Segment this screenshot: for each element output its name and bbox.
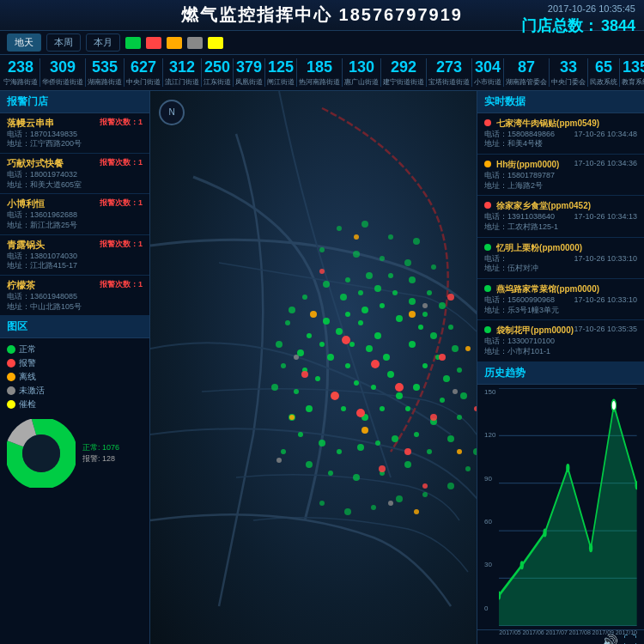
rt-indicator-4 xyxy=(484,285,491,292)
rt-item-0[interactable]: 七家湾牛肉锅贴(ppm0549) 17-10-26 10:34:48 电话：15… xyxy=(477,113,644,155)
svg-point-30 xyxy=(361,307,368,313)
svg-point-124 xyxy=(388,501,393,506)
rt-indicator-1 xyxy=(484,161,491,167)
store-name-0: 落幔云串串报警次数：1 xyxy=(7,117,143,130)
svg-point-54 xyxy=(358,290,363,295)
stat-label-2: 湖南路街道 xyxy=(88,77,122,87)
svg-point-18 xyxy=(396,392,403,399)
stat-label-12: 小市街道 xyxy=(474,77,501,87)
svg-point-52 xyxy=(392,290,398,295)
rt-title-1: Hh街(ppm0000) xyxy=(496,160,559,169)
svg-point-98 xyxy=(473,448,477,455)
svg-point-57 xyxy=(276,341,283,348)
svg-point-44 xyxy=(414,432,419,437)
stat-label-7: 闸江街道 xyxy=(267,77,295,87)
stat-num-14: 33 xyxy=(551,58,586,77)
svg-point-85 xyxy=(413,238,420,245)
svg-point-17 xyxy=(315,376,320,381)
svg-point-5 xyxy=(349,342,355,347)
nav-btn-today[interactable]: 地天 xyxy=(7,33,41,52)
alarm-stores-list: 落幔云串串报警次数：1 电话：18701349835 地址：江宁西路200号 巧… xyxy=(0,113,149,317)
legend-dot-2 xyxy=(7,373,15,381)
stat-item-10: 292建宁街道街道 xyxy=(381,58,427,87)
svg-point-114 xyxy=(310,311,317,318)
color-box-orange xyxy=(167,37,182,49)
svg-point-88 xyxy=(380,256,385,261)
svg-point-15 xyxy=(371,385,376,390)
legend-dot-0 xyxy=(7,345,15,354)
svg-point-91 xyxy=(319,501,325,506)
stat-label-11: 宝塔街道街道 xyxy=(428,77,470,87)
chart-area: 2017/05 2017/06 2017/07 2017/08 2017/09 … xyxy=(499,388,637,626)
svg-point-112 xyxy=(422,483,428,489)
alarm-store-2[interactable]: 小博利恒报警次数：1 电话：13601962688 地址：新江北路25号 xyxy=(0,194,149,234)
legend-dot-4 xyxy=(7,400,15,409)
stat-num-0: 238 xyxy=(3,58,38,77)
svg-point-22 xyxy=(306,405,313,412)
rt-name-5: 袋制花甲(ppm0000) 17-10-26 10:35:35 xyxy=(484,325,637,337)
svg-point-19 xyxy=(341,406,346,411)
svg-point-103 xyxy=(331,392,339,400)
svg-point-62 xyxy=(328,471,333,476)
svg-point-108 xyxy=(379,465,386,472)
rt-address-2: 地址：工农村路125-1 xyxy=(484,222,637,233)
svg-point-73 xyxy=(439,302,446,309)
svg-point-78 xyxy=(345,277,350,283)
svg-point-111 xyxy=(319,269,325,274)
history-section: 150 120 90 60 30 0 xyxy=(477,385,644,629)
alarm-store-3[interactable]: 青露锅头报警次数：1 电话：13801074030 地址：江北路415-17 xyxy=(0,235,149,276)
svg-point-104 xyxy=(356,409,365,417)
alarm-stores-title: 报警门店 xyxy=(0,91,149,113)
svg-point-46 xyxy=(440,398,445,403)
svg-point-77 xyxy=(366,272,373,279)
svg-point-122 xyxy=(294,355,299,360)
alarm-store-4[interactable]: 柠檬茶报警次数：1 电话：13601948085 地址：中山北路105号 xyxy=(0,276,149,316)
alarm-store-0[interactable]: 落幔云串串报警次数：1 电话：18701349835 地址：江宁西路200号 xyxy=(0,113,149,154)
pie-legend: 正常: 1076 报警: 128 xyxy=(82,442,119,465)
rt-address-3: 地址：伍村对冲 xyxy=(484,264,637,274)
svg-point-118 xyxy=(289,415,295,420)
svg-point-6 xyxy=(327,354,334,361)
nav-btn-week[interactable]: 本周 xyxy=(46,33,81,52)
datetime: 2017-10-26 10:35:45 xyxy=(548,3,635,14)
stat-num-9: 130 xyxy=(344,58,379,77)
svg-point-12 xyxy=(383,354,390,361)
rt-item-5[interactable]: 袋制花甲(ppm0000) 17-10-26 10:35:35 电话：13300… xyxy=(477,320,644,361)
history-title: 历史趋势 xyxy=(477,362,644,385)
svg-point-51 xyxy=(409,298,416,305)
stat-item-7: 125闸江街道 xyxy=(265,58,297,87)
legend-item-4: 催检 xyxy=(7,398,143,410)
legend-dot-3 xyxy=(7,386,15,395)
rt-phone-5: 电话：13300710100 xyxy=(484,337,637,347)
stat-label-16: 教育系统 xyxy=(622,77,644,87)
svg-marker-133 xyxy=(499,405,637,626)
rt-title-2: 徐家家乡食堂(ppm0452) xyxy=(496,201,591,210)
rt-item-2[interactable]: 徐家家乡食堂(ppm0452) 17-10-26 10:34:13 电话：139… xyxy=(477,196,644,237)
rt-item-4[interactable]: 燕坞路家常菜馆(ppm0000) 17-10-26 10:33:10 电话：15… xyxy=(477,279,644,320)
stat-num-1: 309 xyxy=(42,58,83,77)
rt-item-1[interactable]: Hh街(ppm0000) 17-10-26 10:34:36 电话：158017… xyxy=(477,155,644,196)
svg-point-32 xyxy=(323,318,330,325)
svg-point-23 xyxy=(405,406,410,411)
pie-chart xyxy=(7,419,76,488)
store-name-4: 柠檬茶报警次数：1 xyxy=(7,279,143,292)
stat-num-8: 185 xyxy=(299,58,340,77)
alarm-count-4: 报警次数：1 xyxy=(100,279,143,290)
legend-label-1: 报警 xyxy=(19,357,36,369)
rt-item-3[interactable]: 忆明上栗粉(ppm0000) 17-10-26 10:33:10 电话： 地址：… xyxy=(477,238,644,279)
alarm-count-3: 报警次数：1 xyxy=(100,239,143,250)
svg-point-31 xyxy=(345,312,350,317)
history-chart-svg xyxy=(499,388,637,626)
door-count: 门店总数： 3844 xyxy=(521,15,635,36)
svg-point-107 xyxy=(439,354,446,361)
alarm-store-1[interactable]: 巧献对式快餐报警次数：1 电话：18001974032 地址：和美大道605室 xyxy=(0,154,149,194)
svg-point-80 xyxy=(302,295,307,300)
svg-point-100 xyxy=(342,336,350,344)
stat-item-8: 185热河南路街道 xyxy=(297,58,343,87)
rt-name-1: Hh街(ppm0000) 17-10-26 10:34:36 xyxy=(484,159,637,171)
pie-container: 正常: 1076 报警: 128 xyxy=(0,416,149,491)
color-box-yellow xyxy=(208,37,223,49)
rt-time-5: 17-10-26 10:35:35 xyxy=(574,325,637,333)
nav-btn-month[interactable]: 本月 xyxy=(86,33,120,52)
svg-point-56 xyxy=(285,320,290,325)
